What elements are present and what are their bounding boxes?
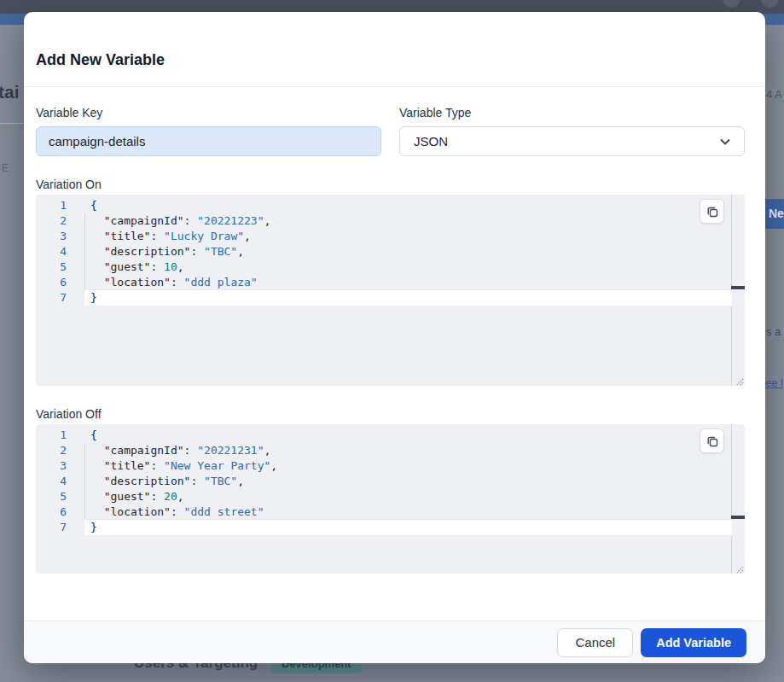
code-text: "description": "TBC", [84, 244, 732, 259]
copy-icon [706, 205, 719, 219]
background-date-clip: 4 A [766, 88, 782, 101]
background-link-clip: ee l [765, 376, 783, 389]
scrollbar-thumb[interactable] [731, 286, 745, 289]
avatar [723, 0, 740, 8]
code-text: "location": "ddd plaza" [84, 275, 732, 290]
variable-key-label: Variable Key [36, 106, 381, 119]
background-label-clip: E [2, 162, 9, 174]
line-number: 2 [36, 443, 84, 458]
line-number: 4 [36, 244, 84, 259]
chevron-down-icon [718, 135, 732, 151]
line-number: 6 [36, 504, 84, 520]
copy-button[interactable] [700, 428, 724, 453]
code-text: "campaignId": "20221223", [84, 213, 732, 229]
code-line[interactable]: 5 "guest": 20, [36, 489, 732, 504]
variable-key-group: Variable Key [36, 106, 381, 156]
code-lines: 1{2 "campaignId": "20221223",3 "title": … [36, 195, 732, 306]
line-number: 3 [36, 229, 84, 244]
code-text: } [84, 520, 732, 535]
background-divider [0, 123, 24, 124]
line-number: 7 [36, 520, 84, 535]
code-text: "guest": 20, [84, 489, 732, 504]
code-text: "title": "Lucky Draw", [84, 229, 732, 244]
code-line[interactable]: 4 "description": "TBC", [36, 244, 732, 259]
variation-off-label: Variation Off [36, 407, 102, 421]
code-text: "guest": 10, [84, 259, 732, 275]
code-line[interactable]: 2 "campaignId": "20221223", [36, 213, 732, 229]
code-text: { [84, 198, 732, 213]
code-line[interactable]: 3 "title": "Lucky Draw", [36, 229, 732, 244]
variable-type-select[interactable]: JSON [399, 126, 745, 156]
code-line[interactable]: 4 "description": "TBC", [36, 474, 732, 489]
modal-divider [24, 86, 765, 87]
code-lines: 1{2 "campaignId": "20221231",3 "title": … [36, 424, 732, 535]
code-line[interactable]: 5 "guest": 10, [36, 259, 732, 275]
code-line[interactable]: 7} [36, 290, 732, 306]
screen: tai E 4 A Ne s a ee l Users & Targeting … [0, 0, 784, 682]
code-text: "title": "New Year Party", [84, 458, 732, 474]
code-line[interactable]: 1{ [36, 198, 732, 213]
background-new-button-clip: Ne [765, 199, 784, 229]
line-number: 5 [36, 259, 84, 275]
background-text-clip: s a [766, 325, 781, 338]
add-variable-modal: Add New Variable Variable Key Variable T… [24, 12, 765, 663]
variable-type-label: Variable Type [399, 106, 745, 119]
avatar [761, 0, 779, 8]
code-line[interactable]: 6 "location": "ddd street" [36, 504, 732, 520]
line-number: 2 [36, 213, 84, 229]
modal-title: Add New Variable [36, 51, 165, 69]
line-number: 1 [36, 428, 84, 443]
copy-button[interactable] [700, 199, 724, 224]
add-variable-button[interactable]: Add Variable [641, 628, 746, 657]
code-line[interactable]: 2 "campaignId": "20221231", [36, 443, 732, 458]
line-number: 4 [36, 474, 84, 489]
code-text: } [84, 290, 732, 306]
code-text: "location": "ddd street" [84, 504, 732, 520]
resize-grip-icon[interactable] [734, 375, 744, 385]
variable-type-value: JSON [414, 134, 448, 149]
modal-footer: Cancel Add Variable [24, 621, 765, 663]
variable-form: Variable Key Variable Type JSON [36, 106, 745, 156]
scrollbar-thumb[interactable] [731, 516, 745, 519]
resize-grip-icon[interactable] [734, 563, 744, 573]
code-line[interactable]: 1{ [36, 428, 732, 443]
line-number: 3 [36, 458, 84, 474]
code-text: "campaignId": "20221231", [84, 443, 732, 458]
line-number: 7 [36, 290, 84, 306]
variable-type-group: Variable Type JSON [399, 106, 745, 156]
code-line[interactable]: 7} [36, 520, 732, 535]
variation-on-editor[interactable]: 1{2 "campaignId": "20221223",3 "title": … [36, 195, 745, 386]
code-text: { [84, 428, 732, 443]
line-number: 1 [36, 198, 84, 213]
line-number: 6 [36, 275, 84, 290]
variation-on-label: Variation On [36, 178, 102, 191]
code-text: "description": "TBC", [84, 474, 732, 489]
line-number: 5 [36, 489, 84, 504]
copy-icon [706, 434, 719, 448]
variable-key-input[interactable] [36, 126, 381, 156]
variation-off-editor[interactable]: 1{2 "campaignId": "20221231",3 "title": … [36, 424, 745, 574]
background-page-title-clip: tai [0, 82, 20, 102]
code-line[interactable]: 6 "location": "ddd plaza" [36, 275, 732, 290]
cancel-button[interactable]: Cancel [557, 628, 633, 657]
code-line[interactable]: 3 "title": "New Year Party", [36, 458, 732, 474]
